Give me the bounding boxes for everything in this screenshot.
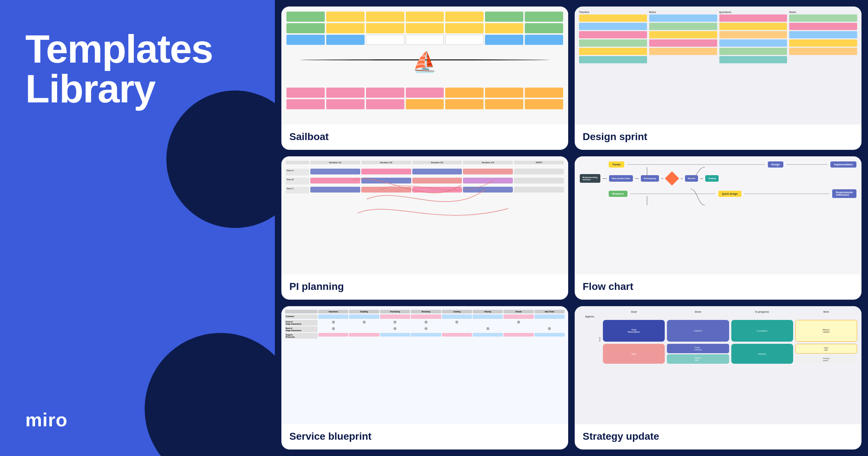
flow-chart-preview: Trends Design Implementation Brainstormi…: [575, 156, 861, 274]
strategy-update-preview: Goal Done In progress Next Approx. Goal …: [575, 306, 861, 424]
strategy-update-card[interactable]: Goal Done In progress Next Approx. Goal …: [575, 306, 861, 449]
page-title: Templates Library: [25, 29, 250, 109]
design-sprint-label: Design sprint: [575, 124, 861, 150]
decorative-circle-2: [145, 333, 275, 456]
pi-planning-preview: Iteration 1/1 Iteration 1/2 Iteration 1/…: [281, 156, 568, 274]
service-blueprint-label: Service blueprint: [281, 424, 568, 449]
flow-chart-card[interactable]: Trends Design Implementation Brainstormi…: [575, 156, 861, 300]
service-blueprint-card[interactable]: Awareness Enabling Purchasing Receiving …: [281, 306, 568, 449]
pi-planning-card[interactable]: Iteration 1/1 Iteration 1/2 Iteration 1/…: [281, 156, 568, 300]
sailboat-preview: ⛵: [281, 7, 568, 124]
design-sprint-preview: Timeline Roles: [575, 7, 861, 124]
left-panel: Templates Library miro: [0, 0, 275, 456]
miro-logo: miro: [25, 409, 250, 431]
pi-planning-label: PI planning: [281, 274, 568, 300]
design-sprint-card[interactable]: Timeline Roles: [575, 7, 861, 150]
sailboat-card[interactable]: ⛵ Sailboat: [281, 7, 568, 150]
service-blueprint-preview: Awareness Enabling Purchasing Receiving …: [281, 306, 568, 424]
strategy-update-label: Strategy update: [575, 424, 861, 449]
sailboat-label: Sailboat: [281, 124, 568, 150]
flow-chart-label: Flow chart: [575, 274, 861, 300]
decorative-circle-1: [166, 90, 275, 228]
right-panel: ⛵ Sailboat: [275, 0, 868, 456]
